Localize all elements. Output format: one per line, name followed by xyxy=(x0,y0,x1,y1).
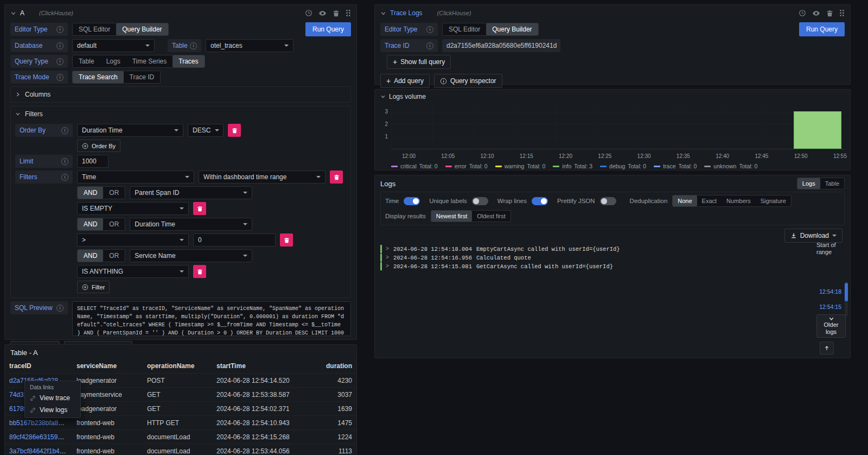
order-direction-select[interactable]: DESC xyxy=(188,124,224,137)
info-icon[interactable] xyxy=(56,305,63,312)
scroll-to-top-button[interactable] xyxy=(820,342,834,355)
trace-search-option[interactable]: Trace Search xyxy=(73,71,124,83)
column-header-traceid[interactable]: traceID xyxy=(5,359,72,374)
order-by-field-select[interactable]: Duration Time xyxy=(77,124,183,137)
info-icon[interactable] xyxy=(61,174,68,181)
panel-delete-trash-icon[interactable] xyxy=(333,10,340,17)
filters-section-header[interactable]: Filters xyxy=(11,106,350,122)
filter-operator-select[interactable]: > xyxy=(77,233,189,247)
column-header-duration[interactable]: duration xyxy=(298,359,356,374)
or-option[interactable]: OR xyxy=(103,187,125,199)
filter-time-field-select[interactable]: Time xyxy=(77,170,194,184)
filter-field-select[interactable]: Service Name xyxy=(130,249,252,262)
filter-time-range-select[interactable]: Within dashboard time range xyxy=(199,170,326,184)
column-header-servicename[interactable]: serviceName xyxy=(72,359,143,374)
legend-item-info[interactable]: infoTotal: 3 xyxy=(553,163,592,169)
trace-id-option[interactable]: Trace ID xyxy=(124,71,161,83)
remove-filter-button[interactable] xyxy=(330,170,343,184)
info-icon[interactable] xyxy=(61,127,68,134)
info-icon[interactable] xyxy=(56,26,63,33)
legend-item-critical[interactable]: criticalTotal: 0 xyxy=(391,163,438,169)
panel-history-icon[interactable] xyxy=(305,9,312,17)
sql-editor-option[interactable]: SQL Editor xyxy=(443,23,486,35)
limit-input[interactable] xyxy=(77,155,108,168)
show-full-query-button[interactable]: Show full query xyxy=(387,55,451,69)
remove-filter-button[interactable] xyxy=(280,233,293,247)
logs-volume-header[interactable]: Logs volume xyxy=(375,90,850,104)
dedup-signature-option[interactable]: Signature xyxy=(756,195,791,206)
column-header-operationname[interactable]: operationName xyxy=(143,359,212,374)
panel-hide-eye-icon[interactable] xyxy=(318,9,327,17)
legend-item-trace[interactable]: traceTotal: 0 xyxy=(654,163,697,169)
dedup-none-option[interactable]: None xyxy=(673,195,697,206)
trace-id-value-field[interactable]: d2a7155ef6a928a05680e5ff6190241d xyxy=(442,39,560,52)
logs-scrollbar[interactable] xyxy=(845,282,848,317)
add-query-button[interactable]: Add query xyxy=(380,74,430,88)
and-option[interactable]: AND xyxy=(78,187,103,199)
info-icon[interactable] xyxy=(426,26,433,33)
legend-item-unknown[interactable]: unknownTotal: 0 xyxy=(704,163,757,169)
query-type-logs-option[interactable]: Logs xyxy=(100,55,126,67)
query-type-timeseries-option[interactable]: Time Series xyxy=(126,55,173,67)
sql-editor-option[interactable]: SQL Editor xyxy=(73,23,116,35)
view-logs-menu-item[interactable]: View logs xyxy=(25,404,80,416)
info-icon[interactable] xyxy=(61,158,68,165)
filter-field-select[interactable]: Duration Time xyxy=(130,218,252,231)
add-filter-button[interactable]: Filter xyxy=(77,281,110,293)
newest-first-option[interactable]: Newest first xyxy=(431,211,472,222)
filter-operator-select[interactable]: IS ANYTHING xyxy=(77,265,189,278)
older-logs-button[interactable]: Older logs xyxy=(816,314,846,338)
download-button[interactable]: Download xyxy=(784,229,843,243)
legend-item-warning[interactable]: warningTotal: 0 xyxy=(495,163,546,169)
info-icon[interactable] xyxy=(56,74,63,81)
and-option[interactable]: AND xyxy=(78,218,103,230)
info-icon[interactable] xyxy=(56,42,63,49)
add-order-by-button[interactable]: Order By xyxy=(77,140,120,152)
dedup-numbers-option[interactable]: Numbers xyxy=(722,195,756,206)
run-query-button[interactable]: Run Query xyxy=(799,22,845,36)
trace-id-link[interactable]: 3a7bcf84642f1b48... xyxy=(9,447,68,455)
panel-collapse-icon[interactable] xyxy=(380,10,386,16)
filter-operator-select[interactable]: IS EMPTY xyxy=(77,202,189,215)
legend-item-debug[interactable]: debugTotal: 0 xyxy=(600,163,646,169)
logs-view-option[interactable]: Logs xyxy=(797,178,820,189)
trace-id-link[interactable]: 89cf4286e631591b4... xyxy=(9,433,72,441)
panel-collapse-icon[interactable] xyxy=(10,10,16,16)
remove-filter-button[interactable] xyxy=(193,202,206,215)
oldest-first-option[interactable]: Oldest first xyxy=(472,211,510,222)
panel-drag-handle-icon[interactable] xyxy=(839,9,845,17)
unique-labels-toggle[interactable] xyxy=(472,197,488,205)
panel-hide-eye-icon[interactable] xyxy=(812,9,820,17)
log-row[interactable]: 2024-06-28 12:54:15.081GetCartAsync call… xyxy=(380,262,805,270)
run-query-button[interactable]: Run Query xyxy=(305,22,351,36)
prettify-json-toggle[interactable] xyxy=(600,197,616,205)
columns-section-header[interactable]: Columns xyxy=(11,87,350,102)
dedup-exact-option[interactable]: Exact xyxy=(697,195,722,206)
info-icon[interactable] xyxy=(56,58,63,65)
query-type-traces-option[interactable]: Traces xyxy=(173,55,204,67)
info-icon[interactable] xyxy=(190,42,197,49)
column-header-starttime[interactable]: startTime xyxy=(212,359,298,374)
table-select[interactable]: otel_traces xyxy=(206,39,293,52)
query-inspector-button[interactable]: Query inspector xyxy=(434,74,502,88)
filter-field-select[interactable]: Parent Span ID xyxy=(130,186,252,199)
trace-id-link[interactable]: bb5167b238bfa82d1... xyxy=(9,419,72,427)
panel-delete-trash-icon[interactable] xyxy=(826,10,833,17)
time-toggle[interactable] xyxy=(404,197,420,205)
and-option[interactable]: AND xyxy=(78,250,103,262)
view-trace-menu-item[interactable]: View trace xyxy=(25,392,80,404)
query-builder-option[interactable]: Query Builder xyxy=(116,23,168,35)
panel-history-icon[interactable] xyxy=(799,9,806,17)
log-row[interactable]: 2024-06-28 12:54:18.004EmptyCartAsync ca… xyxy=(380,245,805,253)
log-row[interactable]: 2024-06-28 12:54:16.956Calculated quote xyxy=(380,254,805,262)
logs-scrollbar-thumb[interactable] xyxy=(845,283,848,301)
remove-filter-button[interactable] xyxy=(193,265,206,278)
legend-item-error[interactable]: errorTotal: 0 xyxy=(445,163,488,169)
query-builder-option[interactable]: Query Builder xyxy=(486,23,538,35)
or-option[interactable]: OR xyxy=(103,250,125,262)
query-type-table-option[interactable]: Table xyxy=(73,55,100,67)
wrap-lines-toggle[interactable] xyxy=(532,197,548,205)
filter-value-input[interactable] xyxy=(193,233,276,247)
table-view-option[interactable]: Table xyxy=(820,178,844,189)
remove-order-by-button[interactable] xyxy=(228,124,241,137)
